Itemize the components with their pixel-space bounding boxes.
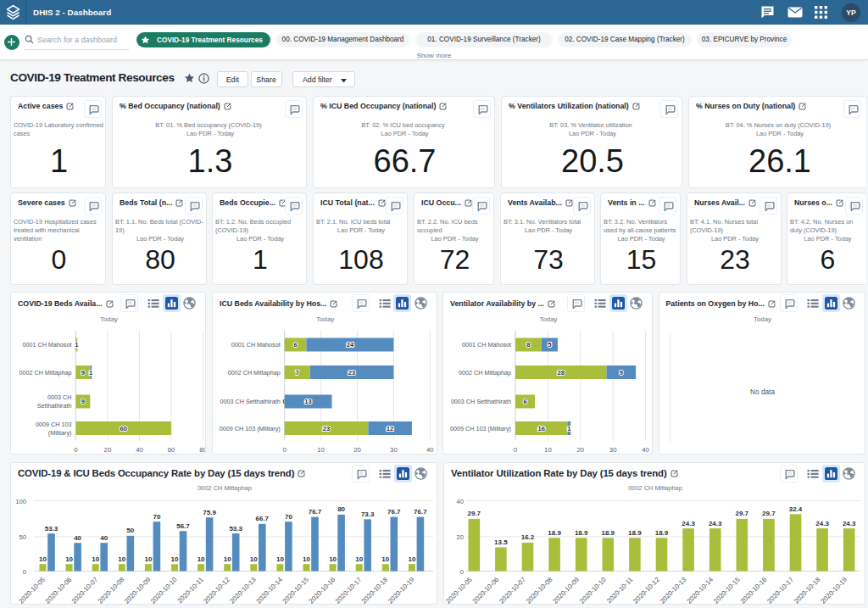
svg-text:18.9: 18.9 [628,529,642,537]
svg-text:16.2: 16.2 [521,533,535,541]
svg-text:2020-10-09: 2020-10-09 [552,576,581,605]
svg-text:2020-10-05: 2020-10-05 [17,576,47,605]
svg-text:10: 10 [92,555,99,563]
svg-text:40: 40 [100,534,108,542]
svg-text:2020-10-06: 2020-10-06 [471,576,501,605]
svg-text:20: 20 [457,533,464,541]
svg-text:50: 50 [19,533,26,541]
svg-text:9: 9 [81,398,85,405]
svg-text:2020-10-08: 2020-10-08 [525,576,554,605]
svg-text:2020-10-12: 2020-10-12 [202,576,231,605]
svg-text:2020-10-10: 2020-10-10 [578,576,608,605]
svg-text:29.7: 29.7 [762,510,776,517]
svg-text:10: 10 [276,555,284,563]
svg-text:53.3: 53.3 [229,525,242,533]
svg-text:2020-10-13: 2020-10-13 [228,576,258,605]
svg-text:2020-10-05: 2020-10-05 [444,576,474,605]
svg-text:80: 80 [337,505,345,513]
svg-text:2020-10-16: 2020-10-16 [739,576,769,605]
svg-text:10: 10 [250,555,258,563]
svg-text:1: 1 [567,425,571,432]
svg-text:7: 7 [296,369,299,377]
svg-text:18.9: 18.9 [575,529,588,537]
svg-text:2020-10-19: 2020-10-19 [820,576,849,605]
svg-text:100: 100 [15,498,26,505]
svg-text:2020-10-09: 2020-10-09 [123,576,153,605]
svg-text:60: 60 [120,425,126,432]
svg-text:24.3: 24.3 [843,520,856,527]
svg-text:2020-10-15: 2020-10-15 [281,576,310,605]
svg-text:70: 70 [153,513,160,521]
svg-text:9: 9 [81,369,85,377]
svg-text:10: 10 [317,446,325,454]
svg-text:80: 80 [199,446,206,454]
svg-text:10: 10 [303,555,310,563]
svg-text:13: 13 [304,398,311,405]
svg-text:2020-10-13: 2020-10-13 [659,576,688,605]
svg-text:10: 10 [329,555,337,563]
svg-text:2020-10-08: 2020-10-08 [97,576,126,605]
svg-text:20: 20 [576,446,584,454]
svg-text:2020-10-18: 2020-10-18 [793,576,822,605]
svg-text:2020-10-17: 2020-10-17 [334,576,364,605]
svg-text:1: 1 [75,341,79,349]
svg-text:40: 40 [642,446,649,454]
svg-text:30: 30 [609,446,617,454]
svg-text:76.7: 76.7 [309,508,322,516]
svg-text:1: 1 [89,369,93,377]
svg-text:66.7: 66.7 [256,515,270,522]
svg-text:76.7: 76.7 [387,508,401,516]
svg-text:2020-10-12: 2020-10-12 [632,576,661,605]
svg-text:10: 10 [144,555,152,563]
svg-text:18.9: 18.9 [655,529,669,537]
svg-text:10: 10 [171,555,179,563]
svg-text:32.4: 32.4 [789,505,803,513]
svg-text:70: 70 [285,513,292,521]
svg-text:2020-10-07: 2020-10-07 [498,576,527,605]
svg-text:18.9: 18.9 [548,529,561,537]
svg-text:28: 28 [558,369,565,377]
svg-text:24.3: 24.3 [815,520,829,527]
svg-text:2020-10-14: 2020-10-14 [254,576,284,605]
svg-text:29.7: 29.7 [736,510,749,517]
svg-text:73.3: 73.3 [361,510,375,518]
svg-text:6: 6 [523,398,526,405]
svg-text:10: 10 [198,555,205,563]
svg-text:6: 6 [293,341,297,349]
svg-text:40: 40 [457,498,464,505]
svg-text:10: 10 [355,555,363,563]
svg-text:60: 60 [168,446,175,454]
svg-text:2020-10-14: 2020-10-14 [686,576,715,605]
svg-text:13.5: 13.5 [494,538,508,546]
svg-text:0: 0 [23,568,26,576]
svg-text:10: 10 [224,555,231,563]
svg-text:40: 40 [426,446,434,454]
svg-text:24.3: 24.3 [682,520,695,527]
svg-text:2020-10-18: 2020-10-18 [360,576,390,605]
svg-text:2020-10-06: 2020-10-06 [44,576,74,605]
svg-text:24.3: 24.3 [709,520,722,527]
svg-text:23: 23 [348,369,355,377]
svg-text:20: 20 [104,446,112,454]
svg-text:8: 8 [526,341,530,349]
svg-text:2020-10-10: 2020-10-10 [149,576,179,605]
svg-text:76.7: 76.7 [414,508,427,516]
svg-text:0: 0 [460,568,464,576]
svg-text:2020-10-15: 2020-10-15 [712,576,742,605]
svg-text:53.3: 53.3 [45,525,58,533]
svg-text:50: 50 [126,527,134,534]
svg-text:10: 10 [381,555,389,563]
svg-text:40: 40 [136,446,143,454]
svg-text:2020-10-17: 2020-10-17 [765,576,795,605]
svg-text:20: 20 [353,446,361,454]
svg-text:10: 10 [118,555,125,563]
svg-text:2020-10-07: 2020-10-07 [70,576,100,605]
svg-text:10: 10 [39,555,47,563]
svg-text:75.9: 75.9 [203,509,216,516]
svg-text:0: 0 [514,446,518,454]
svg-text:9: 9 [620,369,623,377]
svg-text:0: 0 [74,446,78,454]
svg-text:10: 10 [544,446,552,454]
svg-text:18.9: 18.9 [602,529,615,537]
svg-text:10: 10 [408,555,415,563]
